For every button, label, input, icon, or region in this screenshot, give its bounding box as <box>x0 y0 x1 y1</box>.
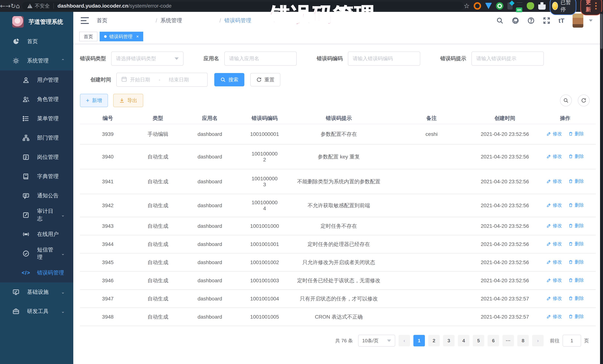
edit-link[interactable]: 修改 <box>546 241 562 247</box>
sidebar-item-system[interactable]: 系统管理 ⌃ <box>0 51 73 70</box>
edit-link[interactable]: 修改 <box>546 153 562 159</box>
delete-link[interactable]: 删除 <box>568 202 584 208</box>
tab-error-code[interactable]: 错误码管理 × <box>100 32 143 41</box>
more-pages-button[interactable]: ··· <box>502 335 514 346</box>
delete-link[interactable]: 删除 <box>568 131 584 137</box>
not-secure-label[interactable]: 不安全 <box>35 3 50 9</box>
edit-link[interactable]: 修改 <box>546 259 562 265</box>
page-button-5[interactable]: 5 <box>473 335 484 346</box>
error-code-input[interactable] <box>353 56 416 62</box>
sidebar-item-menus[interactable]: 菜单管理 <box>0 109 73 128</box>
sidebar-item-roles[interactable]: 角色管理 <box>0 90 73 109</box>
extension-grid-icon[interactable] <box>508 2 513 10</box>
error-type-select[interactable]: 请选择错误码类型 <box>111 52 184 66</box>
edit-link[interactable]: 修改 <box>546 277 562 283</box>
close-icon[interactable]: × <box>136 34 139 39</box>
delete-link[interactable]: 删除 <box>568 153 584 159</box>
search-icon[interactable] <box>496 17 504 24</box>
paused-extension-pill[interactable]: 已暂停 <box>550 0 576 15</box>
extension-list-icon[interactable]: on <box>517 3 523 9</box>
tab-home[interactable]: 首页 <box>79 32 97 41</box>
goto-page-input[interactable] <box>563 335 581 347</box>
reload-icon[interactable]: ↻ <box>11 2 16 10</box>
collapse-sidebar-icon[interactable] <box>81 17 89 24</box>
page-button-4[interactable]: 4 <box>458 335 469 346</box>
sidebar-item-sms[interactable]: 短信管理 ⌄ <box>0 244 73 263</box>
breadcrumb-home[interactable]: 首页 <box>97 17 152 24</box>
trash-icon <box>568 296 573 301</box>
chevron-down-icon: ⌄ <box>61 289 65 295</box>
address-bar[interactable]: 不安全 dashboard.yudao.iocoder.cn/system/er… <box>22 2 464 10</box>
delete-link[interactable]: 删除 <box>568 223 584 229</box>
page-button-2[interactable]: 2 <box>428 335 440 346</box>
sidebar-item-depts[interactable]: 部门管理 <box>0 128 73 147</box>
fullscreen-icon[interactable] <box>543 17 550 24</box>
sidebar-item-posts[interactable]: 岗位管理 <box>0 147 73 167</box>
sidebar-item-online[interactable]: 在线用户 <box>0 225 73 244</box>
delete-link[interactable]: 删除 <box>568 259 584 265</box>
app-logo-row[interactable]: 芋道管理系统 <box>0 12 73 32</box>
refresh-table-button[interactable] <box>578 95 590 106</box>
col-msg: 错误码提示 <box>290 115 388 122</box>
online-users-icon <box>22 231 30 238</box>
browser-update-button[interactable]: 更新 <box>580 0 602 15</box>
font-size-icon[interactable]: tT <box>558 17 564 24</box>
edit-link[interactable]: 修改 <box>546 295 562 301</box>
search-button[interactable]: 搜索 <box>214 73 244 86</box>
github-icon[interactable] <box>512 17 519 24</box>
sidebar-item-users[interactable]: 用户管理 <box>0 70 73 90</box>
prev-page-button[interactable]: ‹ <box>399 335 410 346</box>
edit-link[interactable]: 修改 <box>546 313 562 320</box>
edit-link[interactable]: 修改 <box>546 131 562 137</box>
sidebar-item-label: 菜单管理 <box>37 115 73 122</box>
export-button[interactable]: 导出 <box>113 94 143 107</box>
bookmark-star-icon[interactable]: ☆ <box>464 2 470 10</box>
sidebar-item-notice[interactable]: 通知公告 <box>0 186 73 205</box>
extension-key-icon[interactable] <box>527 2 534 10</box>
browser-scrollbar[interactable] <box>600 12 603 364</box>
page-button-8[interactable]: 8 <box>517 335 529 346</box>
scrollbar-thumb[interactable] <box>600 14 603 49</box>
page-button-3[interactable]: 3 <box>443 335 454 346</box>
app-name-input[interactable] <box>229 56 292 62</box>
breadcrumb-system[interactable]: 系统管理 <box>161 17 216 24</box>
toggle-search-button[interactable] <box>560 95 572 106</box>
sidebar-item-devtools[interactable]: 研发工具 ⌄ <box>0 302 73 321</box>
delete-link[interactable]: 删除 <box>568 241 584 247</box>
date-range-picker[interactable]: 开始日期 - 结束日期 <box>116 73 208 87</box>
edit-link[interactable]: 修改 <box>546 202 562 208</box>
sidebar-item-error-code[interactable]: </> 错误码管理 <box>0 263 73 282</box>
delete-link[interactable]: 删除 <box>568 295 584 301</box>
browser-menu-icon[interactable] <box>595 2 597 10</box>
help-icon[interactable] <box>527 17 535 24</box>
edit-link[interactable]: 修改 <box>546 223 562 229</box>
extensions-puzzle-icon[interactable] <box>538 2 546 10</box>
error-msg-input[interactable] <box>476 56 539 62</box>
next-page-button[interactable]: › <box>532 335 544 346</box>
sidebar-item-home[interactable]: 首页 <box>0 32 73 51</box>
sidebar-item-dict[interactable]: 字典管理 <box>0 167 73 186</box>
home-icon[interactable]: ⌂ <box>16 2 20 10</box>
user-avatar[interactable] <box>573 13 583 28</box>
chevron-down-icon <box>174 57 179 60</box>
delete-link[interactable]: 删除 <box>568 313 584 320</box>
page-button-6[interactable]: 6 <box>487 335 499 346</box>
sidebar-item-infra[interactable]: 基础设施 ⌄ <box>0 282 73 302</box>
add-button[interactable]: + 新增 <box>80 94 108 107</box>
page-button-1[interactable]: 1 <box>413 335 425 346</box>
col-type: 类型 <box>136 115 180 122</box>
delete-link[interactable]: 删除 <box>568 277 584 283</box>
extension-gem-icon[interactable] <box>485 3 492 9</box>
app-name-input-wrap <box>224 52 297 66</box>
tab-label: 首页 <box>84 33 93 40</box>
extension-green-icon[interactable] <box>496 2 503 10</box>
avatar-caret-icon[interactable] <box>589 20 593 22</box>
edit-link[interactable]: 修改 <box>546 178 562 184</box>
delete-link[interactable]: 删除 <box>568 178 584 184</box>
reset-button[interactable]: 重置 <box>250 73 280 86</box>
back-icon[interactable]: ← <box>0 2 5 10</box>
page-size-select[interactable]: 10条/页 <box>358 335 395 347</box>
sidebar-item-audit[interactable]: 审计日志 ⌄ <box>0 205 73 225</box>
forward-icon[interactable]: → <box>5 2 11 10</box>
extension-orange-icon[interactable] <box>474 2 481 10</box>
